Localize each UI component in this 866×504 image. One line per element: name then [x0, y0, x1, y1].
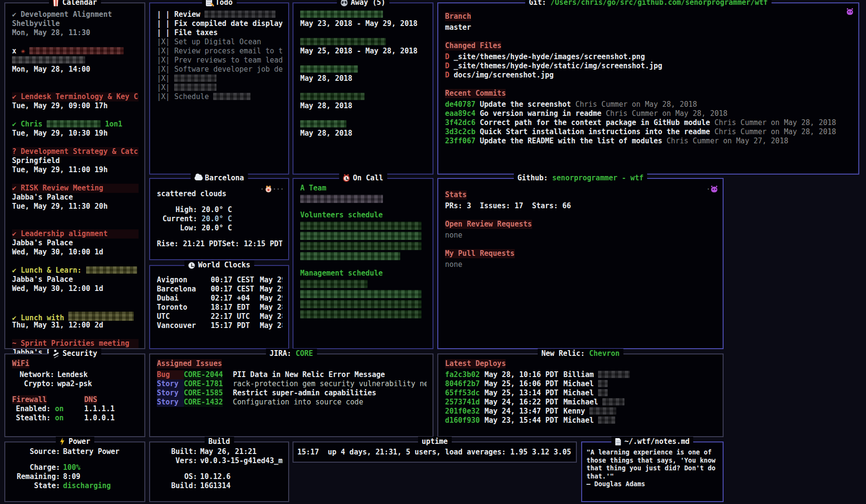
memo-icon: [205, 0, 212, 6]
redacted-name: [300, 280, 368, 288]
event-title: ✔ Lunch with: [12, 312, 139, 321]
deploy-row: d160f930May 23, 15:44 PDTMichael: [445, 416, 717, 425]
clock-row: Avignon00:17 CESTMay 29: [157, 276, 282, 285]
security-panel: Security WiFi Network:Lendesk Crypto:wpa…: [4, 353, 145, 437]
jira-issue-row: StoryCORE-1781rack-protection gem securi…: [157, 379, 427, 389]
event-time: Tue, May 29, 11:30 20h: [12, 202, 139, 211]
redacted-text: [213, 93, 251, 100]
redacted-name: [300, 232, 421, 240]
todo-item: | | File taxes: [157, 28, 282, 38]
redacted-name: [300, 11, 383, 18]
page-icon: [615, 438, 621, 445]
todo-item: |X| Schedule: [157, 92, 282, 101]
popcorn-icon: [52, 0, 59, 6]
redacted-name: [300, 242, 421, 250]
panel-title-text: Github:: [518, 174, 548, 182]
event-title: ? Development Strategy & Catch U: [12, 147, 139, 156]
world-clocks-panel-title: World Clocks: [184, 260, 254, 270]
event-title: ✔ Leadership alignment: [12, 229, 139, 239]
uptime-text: 15:17 up 4 days, 21:31, 5 users, load av…: [297, 448, 572, 457]
power-panel: Power Source:Battery Power Charge:100% R…: [4, 441, 145, 502]
notes-panel-title: ~/.wtf/notes.md: [611, 437, 693, 446]
jira-issue-row: BugCORE-2044PII Data in New Relic Error …: [157, 370, 427, 379]
panel-title-text: On Call: [353, 174, 383, 182]
my-pulls-heading: My Pull Requests: [445, 249, 515, 258]
lightning-icon: [59, 438, 65, 445]
github-panel-title: Github: senorprogrammer - wtf: [514, 173, 648, 183]
open-reviews-value: none: [445, 231, 717, 240]
changed-file-row: D _site/themes/hyde-hyde/images/screensh…: [445, 52, 853, 62]
jira-project: CORE: [296, 349, 313, 358]
weather-low: Low: 20.0° C: [157, 224, 282, 233]
deploy-row: 2573741dMay 24, 16:22 PDTMmichael: [445, 398, 717, 407]
redacted-text: [589, 407, 616, 415]
wifi-network: Network:Lendesk: [12, 370, 139, 379]
assigned-issues-heading: Assigned Issues: [157, 359, 222, 368]
branch-heading: Branch: [445, 12, 471, 21]
fencer-icon: [52, 350, 59, 357]
clock-row: Toronto18:17 EDTMay 28: [157, 303, 282, 312]
clock-row: Vancouver15:17 PDTMay 28: [157, 321, 282, 330]
event-title: ✔ Chris 1on1: [12, 120, 139, 129]
event-title: ✔ Lunch & Learn:: [12, 266, 139, 275]
panel-title-text: ~/.wtf/notes.md: [624, 437, 689, 446]
panel-title-text: Away (5): [351, 0, 385, 7]
build-number: Build:16G1314: [166, 481, 282, 491]
redacted-text: [68, 312, 134, 321]
event-time: Mon, May 28, 14:00: [12, 65, 139, 74]
branch-name: master: [445, 23, 853, 32]
wtf-terminal-dashboard: Calendar ✔ Development Alignment Shelbyv…: [0, 0, 866, 504]
event-time: Wed, May 30, 12:00 1d: [12, 284, 139, 293]
event-time: Mon, May 28, 11:30: [12, 28, 139, 38]
notes-panel: ~/.wtf/notes.md "A learning experience i…: [581, 441, 724, 502]
todo-item: | | Fix compiled date display bug: [157, 19, 282, 28]
weather-panel-title: Barcelona: [191, 173, 248, 183]
event-title: ✔ Development Alignment: [12, 10, 139, 19]
redacted-name: [300, 300, 421, 308]
power-remaining: Remaining:8:09: [12, 472, 139, 481]
oncall-team-heading: A Team: [300, 184, 427, 193]
latest-deploys-heading: Latest Deploys: [445, 359, 506, 368]
open-reviews-heading: Open Review Requests: [445, 220, 532, 229]
on-call-panel: On Call A Team Volunteers schedule Manag…: [293, 178, 433, 349]
redacted-name: [300, 65, 358, 73]
recent-commits-heading: Recent Commits: [445, 89, 506, 98]
away-dates: May 28, 2018: [300, 101, 427, 111]
github-stats: PRs: 3 Issues: 17 Stars: 66: [445, 202, 717, 211]
deploy-row: 65ff53dcMay 25, 13:14 PDTMichael: [445, 389, 717, 398]
redacted-text: [47, 120, 101, 127]
event-location: Jabba's Palace: [12, 275, 139, 284]
oncall-management-heading: Management schedule: [300, 269, 427, 278]
new-relic-panel-title: New Relic: Chevron: [537, 349, 624, 358]
panel-title-text: Calendar: [62, 0, 97, 7]
away-dates: May 25, 2018 - May 28, 2018: [300, 47, 427, 56]
event-title: ✔ RISK Review Meeting: [12, 184, 139, 193]
weather-high: High: 20.0° C: [157, 205, 282, 214]
event-location: Jabba's Palace: [12, 239, 139, 248]
dns-heading: DNS: [84, 395, 97, 404]
calendar-panel-title: Calendar: [49, 0, 101, 7]
wifi-crypto: Crypto:wpa2-psk: [12, 379, 139, 389]
firewall-enabled: Enabled: on: [12, 404, 84, 414]
jira-panel-title: JIRA: CORE: [266, 349, 317, 358]
event-location: Springfield: [12, 156, 139, 165]
jira-issue-row: StoryCORE-1432Configuration into source …: [157, 398, 427, 407]
event-title: x ✳: [12, 47, 139, 56]
new-relic-panel: New Relic: Chevron Latest Deploys fa2c3b…: [437, 353, 724, 437]
commit-row: eaa89c4 Go version warning in readme Chr…: [445, 109, 853, 118]
alien-icon: [341, 0, 347, 6]
todo-item: | | Review: [157, 10, 282, 19]
power-charge: Charge:100%: [12, 463, 139, 472]
away-dates: May 23, 2018 - May 29, 2018: [300, 19, 427, 28]
redacted-text: [598, 389, 608, 396]
power-state: State:discharging: [12, 481, 139, 491]
todo-item: |X| Prev reviews to team leads: [157, 56, 282, 65]
panel-title-text: Barcelona: [205, 174, 244, 182]
todo-item: |X| Review process email to team: [157, 47, 282, 56]
build-built: Built:May 26, 21:21: [166, 447, 282, 456]
away-dates: May 28, 2018: [300, 74, 427, 83]
panel-title-text: Git:: [529, 0, 546, 7]
build-vers: Vers:v0.0.3-15-g41ed43_maste: [166, 456, 282, 466]
event-time: Wed, May 30, 10:00 1d: [12, 248, 139, 257]
security-panel-title: Security: [49, 349, 101, 358]
